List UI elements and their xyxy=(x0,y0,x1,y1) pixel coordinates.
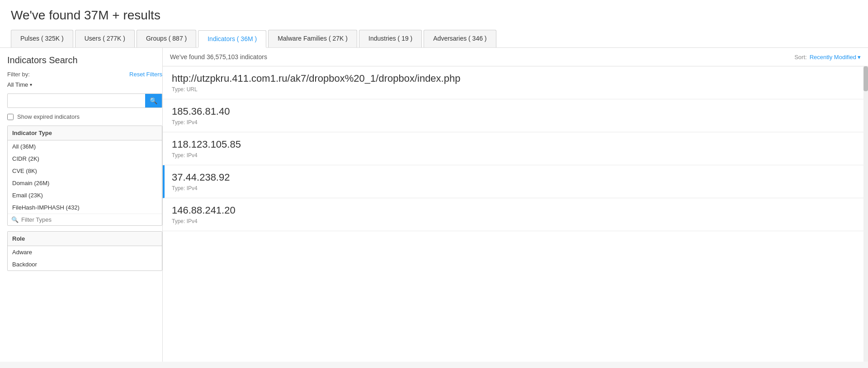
tab-pulses[interactable]: Pulses ( 325K ) xyxy=(11,30,73,47)
search-box: 🔍 xyxy=(7,93,162,108)
sidebar-title: Indicators Search xyxy=(7,55,162,65)
indicator-type-section: Indicator Type All (36M) CIDR (2K) CVE (… xyxy=(7,126,162,226)
filter-types-search-row: 🔍 xyxy=(8,214,162,225)
filter-types-input[interactable] xyxy=(21,216,158,223)
tab-groups[interactable]: Groups ( 887 ) xyxy=(137,30,196,47)
filter-types-search-icon: 🔍 xyxy=(11,216,19,223)
indicator-type-filehash[interactable]: FileHash-IMPHASH (432) xyxy=(8,201,162,214)
indicator-type-cidr[interactable]: CIDR (2K) xyxy=(8,153,162,165)
indicator-type-body: All (36M) CIDR (2K) CVE (8K) Domain (26M… xyxy=(8,140,162,214)
results-scrollbar-thumb xyxy=(863,66,868,91)
indicator-type-label: Type: IPv4 xyxy=(172,152,859,158)
indicator-url: 37.44.238.92 xyxy=(172,172,859,183)
search-button[interactable]: 🔍 xyxy=(145,94,162,107)
sort-chevron-icon: ▾ xyxy=(858,54,861,61)
sort-value-label: Recently Modified xyxy=(810,54,856,61)
role-header: Role xyxy=(8,232,162,246)
results-header: We've found 36,575,103 indicators Sort: … xyxy=(163,48,868,66)
show-expired-checkbox[interactable] xyxy=(7,114,14,120)
role-body: Adware Backdoor xyxy=(8,246,162,270)
search-icon: 🔍 xyxy=(150,97,157,104)
indicator-item-highlighted[interactable]: 37.44.238.92 Type: IPv4 xyxy=(163,165,868,198)
indicator-type-label: Type: IPv4 xyxy=(172,185,859,191)
tab-adversaries[interactable]: Adversaries ( 346 ) xyxy=(424,30,496,47)
indicator-type-label: Type: IPv4 xyxy=(172,218,859,224)
indicator-type-label: Type: URL xyxy=(172,86,859,93)
results-count: We've found 36,575,103 indicators xyxy=(170,53,267,61)
indicator-type-domain[interactable]: Domain (26M) xyxy=(8,177,162,189)
indicator-item[interactable]: 185.36.81.40 Type: IPv4 xyxy=(163,99,868,132)
top-header: We've found 37M + results Pulses ( 325K … xyxy=(0,0,868,48)
indicator-type-cve[interactable]: CVE (8K) xyxy=(8,165,162,177)
role-adware[interactable]: Adware xyxy=(8,246,162,258)
sort-label: Sort: xyxy=(794,54,807,61)
results-scrollbar[interactable] xyxy=(863,66,868,362)
indicator-type-all[interactable]: All (36M) xyxy=(8,140,162,153)
indicator-url: http://utzpkru.411.com1.ru/ak7/dropbox%2… xyxy=(172,73,859,84)
reset-filters-button[interactable]: Reset Filters xyxy=(129,71,162,78)
indicator-item[interactable]: 146.88.241.20 Type: IPv4 xyxy=(163,198,868,231)
tab-users[interactable]: Users ( 277K ) xyxy=(75,30,135,47)
chevron-down-icon: ▾ xyxy=(30,82,32,87)
all-time-dropdown[interactable]: All Time ▾ xyxy=(7,81,162,88)
content-area: Indicators Search Filter by: Reset Filte… xyxy=(0,48,868,362)
indicator-type-label: Type: IPv4 xyxy=(172,119,859,126)
role-section: Role Adware Backdoor xyxy=(7,231,162,271)
indicator-type-email[interactable]: Email (23K) xyxy=(8,189,162,201)
filter-by-label: Filter by: xyxy=(7,71,30,78)
indicator-item[interactable]: http://utzpkru.411.com1.ru/ak7/dropbox%2… xyxy=(163,66,868,99)
indicator-url: 118.123.105.85 xyxy=(172,139,859,150)
sort-dropdown[interactable]: Recently Modified ▾ xyxy=(810,54,861,61)
filter-by-row: Filter by: Reset Filters xyxy=(7,71,162,78)
show-expired-label: Show expired indicators xyxy=(17,113,80,120)
role-backdoor[interactable]: Backdoor xyxy=(8,258,162,270)
indicator-url: 146.88.241.20 xyxy=(172,205,859,216)
show-expired-row: Show expired indicators xyxy=(7,113,162,120)
tab-industries[interactable]: Industries ( 19 ) xyxy=(359,30,422,47)
all-time-label: All Time xyxy=(7,81,28,88)
search-input[interactable] xyxy=(8,95,145,107)
tab-indicators[interactable]: Indicators ( 36M ) xyxy=(198,30,266,48)
results-area: We've found 36,575,103 indicators Sort: … xyxy=(163,48,868,362)
indicator-type-header: Indicator Type xyxy=(8,126,162,140)
indicator-url: 185.36.81.40 xyxy=(172,106,859,117)
page-title: We've found 37M + results xyxy=(11,8,857,23)
indicator-list: http://utzpkru.411.com1.ru/ak7/dropbox%2… xyxy=(163,66,868,362)
tab-bar: Pulses ( 325K ) Users ( 277K ) Groups ( … xyxy=(11,30,857,47)
tab-malware-families[interactable]: Malware Families ( 27K ) xyxy=(268,30,357,47)
sidebar: Indicators Search Filter by: Reset Filte… xyxy=(0,48,163,362)
indicator-item[interactable]: 118.123.105.85 Type: IPv4 xyxy=(163,132,868,165)
sort-row: Sort: Recently Modified ▾ xyxy=(794,54,861,61)
